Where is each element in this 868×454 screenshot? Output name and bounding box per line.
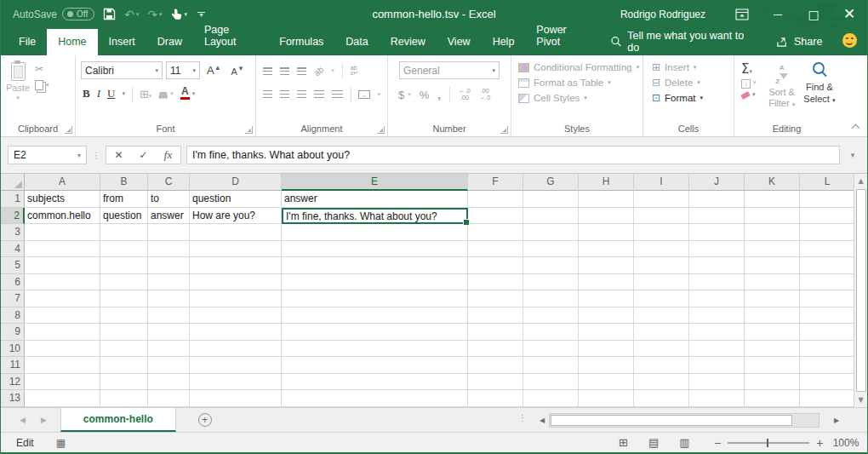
cell-D7[interactable] bbox=[190, 290, 282, 307]
cell-C7[interactable] bbox=[148, 290, 190, 307]
cell-L8[interactable] bbox=[800, 307, 854, 325]
vertical-scrollbar[interactable]: ▲ ▼ bbox=[854, 174, 867, 407]
expand-formula-bar-icon[interactable]: ▾ bbox=[845, 152, 860, 159]
cell-I8[interactable] bbox=[634, 307, 689, 325]
cell-K11[interactable] bbox=[745, 357, 800, 374]
cell-K13[interactable] bbox=[745, 390, 800, 407]
cell-G9[interactable] bbox=[523, 324, 579, 341]
cell-A2[interactable]: common.hello bbox=[25, 208, 100, 225]
fill-button[interactable]: ↓▾ bbox=[741, 79, 761, 89]
sort-filter-button[interactable]: AZ Sort & Filter ▾ bbox=[766, 61, 798, 110]
font-color-button[interactable]: A▾ bbox=[180, 88, 196, 100]
cell-I9[interactable] bbox=[634, 324, 689, 341]
column-header-D[interactable]: D bbox=[190, 174, 282, 191]
cell-J10[interactable] bbox=[689, 341, 745, 358]
insert-cells-button[interactable]: ⊞ Insert▾ bbox=[652, 62, 734, 72]
row-header-8[interactable]: 8 bbox=[1, 307, 25, 325]
cell-H13[interactable] bbox=[579, 390, 634, 407]
cell-B9[interactable] bbox=[100, 324, 148, 341]
cell-D3[interactable] bbox=[190, 224, 282, 241]
macro-record-icon[interactable]: ▦ bbox=[56, 438, 66, 448]
vertical-scrollbar-thumb[interactable] bbox=[856, 189, 866, 392]
cell-G11[interactable] bbox=[523, 357, 579, 374]
cell-A7[interactable] bbox=[25, 290, 100, 307]
ribbon-display-options-button[interactable] bbox=[724, 0, 760, 28]
accounting-format-button[interactable]: $ bbox=[398, 89, 404, 101]
tab-help[interactable]: Help bbox=[482, 29, 526, 55]
row-header-11[interactable]: 11 bbox=[1, 357, 25, 374]
cell-H10[interactable] bbox=[579, 341, 634, 358]
cell-B5[interactable] bbox=[100, 257, 148, 274]
share-button[interactable]: Share bbox=[776, 36, 822, 48]
cell-H3[interactable] bbox=[579, 224, 634, 241]
cell-I2[interactable] bbox=[634, 208, 689, 225]
cell-G5[interactable] bbox=[523, 257, 579, 274]
collapse-ribbon-button[interactable] bbox=[852, 124, 860, 133]
cancel-edit-button[interactable]: ✕ bbox=[106, 149, 131, 161]
cell-C4[interactable] bbox=[148, 241, 190, 258]
cell-A4[interactable] bbox=[25, 241, 100, 258]
zoom-slider-track[interactable] bbox=[728, 442, 809, 444]
cell-E1[interactable]: answer bbox=[282, 191, 468, 208]
cell-I13[interactable] bbox=[634, 390, 689, 407]
cell-E12[interactable] bbox=[282, 374, 468, 391]
cell-E8[interactable] bbox=[282, 307, 468, 325]
increase-font-size-button[interactable]: A▲ bbox=[203, 64, 225, 77]
cell-G13[interactable] bbox=[523, 390, 579, 407]
cell-E4[interactable] bbox=[282, 241, 468, 258]
cell-E11[interactable] bbox=[282, 357, 468, 374]
maximize-button[interactable]: □ bbox=[796, 0, 831, 28]
zoom-out-button[interactable]: − bbox=[714, 436, 721, 450]
find-select-button[interactable]: Find & Select ▾ bbox=[803, 61, 836, 110]
cell-B13[interactable] bbox=[100, 390, 148, 407]
cell-E2[interactable]: I'm fine, thanks. What about you? bbox=[282, 208, 468, 225]
increase-indent-button[interactable] bbox=[332, 90, 342, 99]
cell-F1[interactable] bbox=[468, 191, 523, 208]
name-box[interactable]: E2 ▾ bbox=[8, 146, 87, 164]
minimize-button[interactable]: ─ bbox=[760, 0, 796, 28]
next-sheet-icon[interactable]: ▶ bbox=[41, 417, 47, 424]
cell-F10[interactable] bbox=[468, 341, 523, 358]
cell-E10[interactable] bbox=[282, 341, 468, 358]
cell-G7[interactable] bbox=[523, 290, 579, 307]
cell-A13[interactable] bbox=[25, 390, 100, 407]
cell-D5[interactable] bbox=[190, 257, 282, 274]
zoom-level[interactable]: 100% bbox=[830, 437, 859, 449]
save-button[interactable] bbox=[103, 8, 116, 20]
decrease-decimal-button[interactable]: .00→.0 bbox=[479, 88, 491, 102]
cell-H7[interactable] bbox=[579, 290, 634, 307]
fill-color-button[interactable]: ▾ bbox=[158, 89, 174, 99]
cell-J11[interactable] bbox=[689, 357, 745, 374]
name-box-dropdown-icon[interactable]: ▾ bbox=[72, 152, 86, 159]
column-header-I[interactable]: I bbox=[634, 174, 689, 191]
cell-L6[interactable] bbox=[800, 274, 854, 291]
sheet-tab-common-hello[interactable]: common-hello bbox=[60, 408, 176, 432]
row-header-9[interactable]: 9 bbox=[1, 324, 25, 341]
cell-J1[interactable] bbox=[689, 191, 745, 208]
cell-L12[interactable] bbox=[800, 374, 854, 391]
cell-G4[interactable] bbox=[523, 241, 579, 258]
normal-view-icon[interactable]: ⊞ bbox=[619, 437, 628, 448]
autosum-button[interactable]: Σ▾ bbox=[741, 61, 761, 77]
wrap-text-button[interactable]: abc↵ bbox=[351, 66, 358, 77]
scroll-left-icon[interactable]: ◀ bbox=[535, 417, 549, 424]
autosave-pill[interactable]: Off bbox=[62, 8, 94, 20]
cell-E7[interactable] bbox=[282, 290, 468, 307]
cell-G8[interactable] bbox=[523, 307, 579, 325]
cell-F9[interactable] bbox=[468, 324, 523, 341]
increase-decimal-button[interactable]: ←.0.00 bbox=[459, 88, 471, 102]
cell-I12[interactable] bbox=[634, 374, 689, 391]
select-all-button[interactable] bbox=[1, 174, 25, 191]
cell-G3[interactable] bbox=[523, 224, 579, 241]
underline-button[interactable]: U bbox=[107, 87, 115, 101]
horizontal-scrollbar[interactable]: ◀ ▶ bbox=[535, 412, 848, 428]
scroll-down-icon[interactable]: ▼ bbox=[854, 393, 867, 407]
cut-button[interactable]: ✂ bbox=[35, 63, 49, 75]
clear-button[interactable]: ▾ bbox=[741, 91, 761, 98]
decrease-font-size-button[interactable]: A▼ bbox=[228, 65, 248, 77]
cell-K4[interactable] bbox=[745, 241, 800, 258]
cell-F8[interactable] bbox=[468, 307, 523, 325]
cell-A6[interactable] bbox=[25, 274, 100, 291]
clipboard-dialog-launcher[interactable] bbox=[65, 126, 72, 134]
column-header-G[interactable]: G bbox=[523, 174, 579, 191]
